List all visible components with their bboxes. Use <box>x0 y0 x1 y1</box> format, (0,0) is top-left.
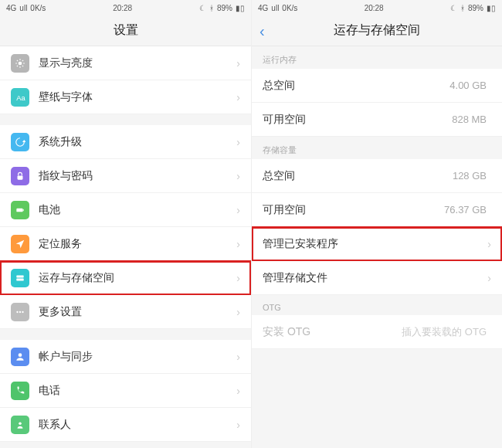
status-bar: 4G ull 0K/s 20:28 ☾ ᚼ 89% ▮▯ <box>252 0 502 15</box>
chevron-right-icon: › <box>236 57 240 70</box>
battery-icon: ▮▯ <box>487 4 496 12</box>
svg-point-7 <box>16 311 18 312</box>
phone-icon <box>11 382 29 400</box>
storage-row: 安装 OTG插入要装载的 OTG <box>252 315 502 349</box>
more-icon <box>11 303 29 321</box>
chevron-right-icon: › <box>236 419 240 431</box>
settings-row-sun[interactable]: 显示与亮度› <box>0 46 251 80</box>
chevron-right-icon: › <box>487 238 491 250</box>
storage-row: 总空间4.00 GB <box>252 69 502 103</box>
network-label: 4G <box>258 4 268 12</box>
row-label: 定位服务 <box>39 237 236 251</box>
svg-point-11 <box>19 422 22 425</box>
row-label: 可用空间 <box>263 203 444 217</box>
storage-icon <box>11 269 29 287</box>
settings-row-phone[interactable]: 电话› <box>0 374 251 408</box>
row-label: 显示与亮度 <box>39 56 236 70</box>
contacts-icon <box>11 416 29 434</box>
speed-label: 0K/s <box>282 4 297 12</box>
time-label: 20:28 <box>113 4 132 12</box>
svg-rect-3 <box>16 208 22 212</box>
row-label: 管理已安装程序 <box>263 237 487 251</box>
nav-bar: 设置 <box>0 15 251 46</box>
section-header: 运行内存 <box>252 46 502 69</box>
row-label: 系统升级 <box>39 135 236 149</box>
signal-icon: ull <box>19 4 27 12</box>
row-label: 电话 <box>39 384 236 398</box>
row-label: 运存与存储空间 <box>39 271 236 285</box>
row-label: 联系人 <box>39 418 236 432</box>
chevron-right-icon: › <box>236 91 240 104</box>
row-label: 更多设置 <box>39 305 236 319</box>
row-label: 安装 OTG <box>263 325 402 339</box>
chevron-right-icon: › <box>236 272 240 284</box>
bt-icon: ᚼ <box>209 4 214 12</box>
svg-text:Aa: Aa <box>16 93 25 101</box>
settings-row-lock[interactable]: 指纹与密码› <box>0 159 251 193</box>
settings-row-storage[interactable]: 运存与存储空间› <box>0 261 251 295</box>
bt-icon: ᚼ <box>460 4 465 12</box>
row-value: 128 GB <box>453 170 487 182</box>
chevron-right-icon: › <box>487 272 491 284</box>
moon-icon: ☾ <box>450 4 457 12</box>
chevron-right-icon: › <box>236 351 240 363</box>
settings-row-contacts[interactable]: 联系人› <box>0 408 251 442</box>
svg-rect-5 <box>16 275 23 277</box>
page-title: 设置 <box>114 22 138 39</box>
row-label: 总空间 <box>263 169 453 183</box>
settings-row-more[interactable]: 更多设置› <box>0 295 251 329</box>
row-value: 4.00 GB <box>449 80 487 91</box>
battery-icon: ▮▯ <box>236 4 245 12</box>
storage-row: 总空间128 GB <box>252 159 502 193</box>
svg-point-10 <box>19 353 22 357</box>
row-label: 总空间 <box>263 79 449 93</box>
row-value: 插入要装载的 OTG <box>402 325 487 339</box>
storage-list: 运行内存总空间4.00 GB可用空间828 MB存储容量总空间128 GB可用空… <box>252 46 502 448</box>
row-value: 76.37 GB <box>444 204 487 216</box>
font-icon: Aa <box>11 88 29 107</box>
moon-icon: ☾ <box>199 4 206 12</box>
section-header: 存储容量 <box>252 137 502 159</box>
storage-row: 可用空间76.37 GB <box>252 193 502 227</box>
chevron-right-icon: › <box>236 306 240 318</box>
storage-row[interactable]: 管理存储文件› <box>252 261 502 295</box>
battery-label: 89% <box>468 4 483 12</box>
svg-point-9 <box>22 311 23 312</box>
chevron-right-icon: › <box>236 136 240 148</box>
settings-row-location[interactable]: 定位服务› <box>0 227 251 261</box>
settings-list: 显示与亮度›Aa壁纸与字体›系统升级›指纹与密码›电池›定位服务›运存与存储空间… <box>0 46 251 448</box>
row-label: 壁纸与字体 <box>39 90 236 104</box>
settings-row-update[interactable]: 系统升级› <box>0 125 251 159</box>
row-label: 帐户与同步 <box>39 350 236 364</box>
svg-point-0 <box>19 61 22 65</box>
row-label: 指纹与密码 <box>39 169 236 183</box>
settings-row-battery[interactable]: 电池› <box>0 193 251 227</box>
storage-row: 可用空间828 MB <box>252 103 502 137</box>
svg-rect-4 <box>23 209 24 210</box>
update-icon <box>11 133 29 151</box>
svg-point-8 <box>19 311 21 312</box>
time-label: 20:28 <box>365 4 384 12</box>
row-label: 可用空间 <box>263 113 452 127</box>
lock-icon <box>11 167 29 185</box>
status-bar: 4G ull 0K/s 20:28 ☾ ᚼ 89% ▮▯ <box>0 0 251 15</box>
row-value: 828 MB <box>452 114 487 125</box>
settings-row-account[interactable]: 帐户与同步› <box>0 340 251 374</box>
signal-icon: ull <box>271 4 279 12</box>
storage-screen: 4G ull 0K/s 20:28 ☾ ᚼ 89% ▮▯ ‹ 运存与存储空间 运… <box>251 0 502 448</box>
battery-label: 89% <box>217 4 232 12</box>
svg-rect-6 <box>16 278 23 280</box>
chevron-right-icon: › <box>236 385 240 397</box>
battery-icon <box>11 201 29 219</box>
settings-row-font[interactable]: Aa壁纸与字体› <box>0 80 251 114</box>
back-button[interactable]: ‹ <box>259 22 265 39</box>
row-label: 电池 <box>39 203 236 217</box>
storage-row[interactable]: 管理已安装程序› <box>252 227 502 261</box>
network-label: 4G <box>6 4 16 12</box>
location-icon <box>11 235 29 253</box>
page-title: 运存与存储空间 <box>334 22 420 39</box>
section-header: OTG <box>252 295 502 315</box>
sun-icon <box>11 54 29 73</box>
account-icon <box>11 348 29 366</box>
chevron-right-icon: › <box>236 238 240 250</box>
